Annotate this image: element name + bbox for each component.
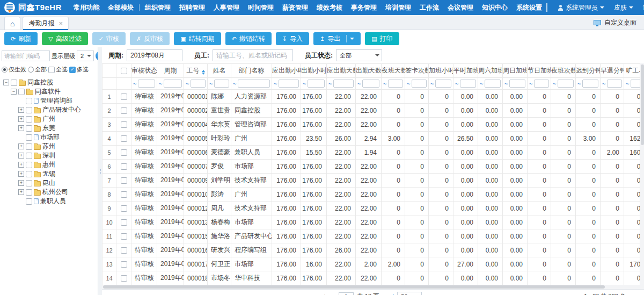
tree-item[interactable]: +产品研发中心 xyxy=(2,105,98,114)
tree-item[interactable]: +苏州 xyxy=(2,142,98,151)
column-header-15[interactable]: 周日加班 xyxy=(503,64,528,78)
column-header-4[interactable]: 姓名 xyxy=(208,64,231,78)
checkbox-icon[interactable] xyxy=(26,153,32,159)
checkbox-icon[interactable] xyxy=(26,134,32,141)
column-filter-input[interactable] xyxy=(138,80,155,88)
refresh-button[interactable]: ⟳刷新 xyxy=(4,32,38,45)
column-header-6[interactable]: 应出勤小时 xyxy=(272,64,301,78)
column-filter-input[interactable] xyxy=(435,80,451,88)
row-checkbox[interactable] xyxy=(121,261,127,268)
option-多选[interactable]: ✓多选 xyxy=(69,66,89,74)
row-checkbox[interactable] xyxy=(121,121,127,128)
tab-attendance-monthly-report[interactable]: 考勤月报 × xyxy=(23,17,69,30)
row-checkbox[interactable] xyxy=(121,275,127,282)
column-filter-input[interactable] xyxy=(164,80,182,88)
skin-menu[interactable]: 皮肤 xyxy=(609,3,638,12)
print-button[interactable]: ▤打印 xyxy=(365,32,399,45)
tree-toggle-icon[interactable]: + xyxy=(18,143,24,149)
column-header-7[interactable]: 出勤小时 xyxy=(301,64,327,78)
user-menu[interactable]: 系统管理员 xyxy=(553,3,609,12)
table-row[interactable]: 2待审核2019年08月000002童世贵同鑫控股176.00176.0022.… xyxy=(103,104,644,118)
employee-status-select[interactable]: 全部 xyxy=(336,49,382,61)
radio-icon[interactable] xyxy=(28,67,34,73)
column-header-14[interactable]: 周六加班 xyxy=(478,64,503,78)
nav-item[interactable]: 全部模块 xyxy=(104,0,138,15)
table-row[interactable]: 5待审核2019年08月000006麦德豪兼职人员176.0015.5022.0… xyxy=(103,146,644,160)
tree-toggle-icon[interactable]: + xyxy=(18,125,24,131)
column-header-16[interactable]: 节日加班 xyxy=(528,64,551,78)
tree-item[interactable]: +东莞 xyxy=(2,124,98,133)
nav-item[interactable]: 知识中心 xyxy=(478,0,512,15)
column-filter-input[interactable] xyxy=(238,80,270,88)
nav-item[interactable]: 工作流 xyxy=(415,0,443,15)
horizontal-scrollbar-thumb[interactable] xyxy=(103,285,605,289)
column-filter-input[interactable] xyxy=(362,80,379,88)
table-row[interactable]: 8待审核2019年08月000010彭涛广州176.00176.0022.002… xyxy=(103,188,644,202)
tree-item[interactable]: +昆山 xyxy=(2,178,98,188)
column-filter-input[interactable] xyxy=(534,80,549,88)
row-checkbox[interactable] xyxy=(121,191,127,198)
undo-carry-forward-button[interactable]: ↶撤销结转 xyxy=(225,32,272,45)
checkbox-icon[interactable] xyxy=(26,98,32,104)
table-row[interactable]: 13待审核2019年08月000017何卫正市场部176.0016.0022.0… xyxy=(103,257,644,271)
checkbox-icon[interactable] xyxy=(26,189,32,196)
nav-item[interactable]: 时间管理 xyxy=(244,0,278,15)
column-header-11[interactable]: 签卡次数 xyxy=(405,64,429,78)
close-icon[interactable]: × xyxy=(58,20,63,27)
column-filter-input[interactable] xyxy=(388,80,403,88)
customize-desktop-button[interactable]: 自定义桌面 xyxy=(594,15,636,30)
tree-toggle-icon[interactable]: + xyxy=(18,189,24,195)
table-row[interactable]: 3待审核2019年08月000004华东英管理咨询部176.00176.0022… xyxy=(103,118,644,132)
tree-item[interactable]: 市场部 xyxy=(2,133,98,142)
column-filter-input[interactable] xyxy=(279,80,299,88)
column-header-17[interactable]: 夜班次数 xyxy=(551,64,576,78)
column-filter-input[interactable] xyxy=(412,80,427,88)
option-全部[interactable]: 全部 xyxy=(28,66,47,74)
vertical-scrollbar[interactable] xyxy=(640,63,644,285)
tree-item[interactable]: 管理咨询部 xyxy=(2,96,98,105)
option-全选[interactable]: 全选 xyxy=(48,66,68,74)
tree-toggle-icon[interactable]: + xyxy=(18,171,24,177)
column-header-2[interactable]: 周期 xyxy=(157,64,184,78)
table-row[interactable]: 1待审核2019年08月000001陈娜人力资源部176.00176.0022.… xyxy=(103,90,644,104)
nav-item[interactable]: 会议管理 xyxy=(443,0,478,15)
chevron-down-icon[interactable] xyxy=(350,38,354,42)
checkbox-icon[interactable] xyxy=(26,198,32,205)
select-all-checkbox[interactable] xyxy=(121,68,127,74)
column-header-19[interactable]: 早退分钟 xyxy=(601,64,624,78)
nav-item[interactable]: 系统设置 xyxy=(512,0,546,15)
tree-item[interactable]: +杭州公司 xyxy=(2,188,98,197)
tree-item[interactable]: +广州 xyxy=(2,114,98,124)
nav-item[interactable]: 人事管理 xyxy=(209,0,244,15)
checkbox-icon[interactable] xyxy=(26,107,32,113)
column-filter-input[interactable] xyxy=(333,80,354,88)
checkbox-icon[interactable] xyxy=(26,125,32,132)
tree-toggle-icon[interactable]: + xyxy=(18,162,24,168)
table-row[interactable]: 9待审核2019年08月000012周凡技术支持部176.00176.0022.… xyxy=(103,202,644,215)
column-filter-input[interactable] xyxy=(582,80,598,88)
tree-toggle-icon[interactable]: + xyxy=(18,180,24,186)
nav-item[interactable]: 常用功能 xyxy=(69,0,104,15)
home-tab[interactable]: ⌂ xyxy=(4,17,20,30)
column-filter-input[interactable] xyxy=(460,80,476,88)
row-checkbox[interactable] xyxy=(121,177,127,184)
checkbox-icon[interactable]: ✓ xyxy=(69,67,76,73)
nav-item[interactable]: 培训管理 xyxy=(381,0,415,15)
checkbox-icon[interactable] xyxy=(26,171,32,177)
row-checkbox[interactable] xyxy=(121,163,127,170)
radio-icon[interactable] xyxy=(2,67,8,73)
checkbox-icon[interactable] xyxy=(26,143,32,150)
vertical-scrollbar-thumb[interactable] xyxy=(641,64,644,145)
checkbox-icon[interactable] xyxy=(48,67,55,73)
export-button[interactable]: ↥导出 xyxy=(313,32,361,45)
tree-item[interactable]: +深圳 xyxy=(2,151,98,160)
period-input[interactable] xyxy=(127,49,182,61)
tree-item[interactable]: +无锡 xyxy=(2,169,98,178)
column-filter-input[interactable] xyxy=(308,80,325,88)
row-checkbox[interactable] xyxy=(121,219,127,226)
column-header-9[interactable]: 出勤天数 xyxy=(356,64,382,78)
level-select[interactable]: 2 xyxy=(77,51,94,61)
tree-toggle-icon[interactable]: − xyxy=(11,89,17,95)
language-menu[interactable]: 语言 xyxy=(638,3,644,12)
column-header-10[interactable]: 夜班天数 xyxy=(382,64,405,78)
